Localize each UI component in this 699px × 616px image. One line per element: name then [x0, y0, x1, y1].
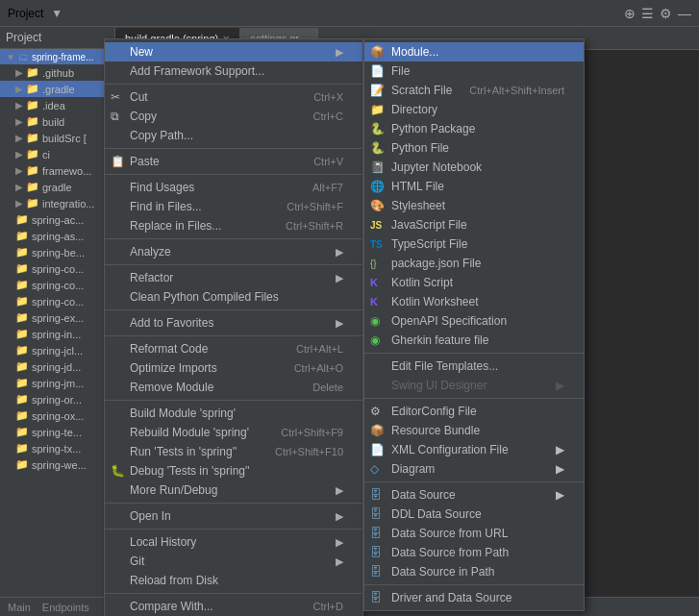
sidebar-item-root[interactable]: ▼ 🗂 spring-frame... — [0, 49, 114, 64]
sub-item-scratch-file[interactable]: 📝 Scratch File Ctrl+Alt+Shift+Insert — [364, 81, 584, 100]
ctx-item-clean-python[interactable]: Clean Python Compiled Files — [105, 287, 362, 307]
ctx-item-reload-disk[interactable]: Reload from Disk — [105, 571, 362, 590]
sidebar-item-spring-co3[interactable]: 📁 spring-co... — [0, 293, 114, 309]
arrow-right-icon: ▶ — [556, 488, 564, 502]
ctx-label-clean-python: Clean Python Compiled Files — [130, 290, 279, 304]
sidebar-item-spring-jd[interactable]: 📁 spring-jd... — [0, 358, 114, 375]
ctx-item-add-favorites[interactable]: Add to Favorites ▶ — [105, 313, 362, 333]
ctx-item-run-tests[interactable]: Run 'Tests in 'spring'' Ctrl+Shift+F10 — [105, 442, 362, 461]
sidebar-item-spring-te[interactable]: 📁 spring-te... — [0, 424, 114, 440]
folder-icon: 📁 — [26, 132, 39, 144]
sub-item-gherkin[interactable]: ◉ Gherkin feature file — [364, 331, 584, 350]
sub-item-kotlin-worksheet[interactable]: K Kotlin Worksheet — [364, 292, 584, 311]
sidebar-item-spring-ox[interactable]: 📁 spring-ox... — [0, 407, 114, 424]
sub-item-editorconfig[interactable]: ⚙ EditorConfig File — [364, 402, 584, 421]
sidebar-item-ci[interactable]: ▶ 📁 ci — [0, 146, 114, 162]
ctx-item-refactor[interactable]: Refactor ▶ — [105, 268, 362, 287]
sub-item-resource-bundle[interactable]: 📦 Resource Bundle — [364, 421, 584, 440]
sidebar-item-idea[interactable]: ▶ 📁 .idea — [0, 97, 114, 113]
root-label: spring-frame... — [32, 52, 93, 62]
settings-icon[interactable]: ⚙ — [660, 6, 672, 21]
sidebar-item-spring-jm[interactable]: 📁 spring-jm... — [0, 375, 114, 391]
root-folder-icon: 🗂 — [18, 51, 29, 62]
sub-label-html: HTML File — [391, 180, 444, 193]
ctx-item-optimize-imports[interactable]: Optimize Imports Ctrl+Alt+O — [105, 358, 362, 378]
ctx-item-remove-module[interactable]: Remove Module Delete — [105, 378, 362, 397]
ctx-item-copy[interactable]: ⧉ Copy Ctrl+C — [105, 107, 362, 126]
sidebar-item-spring-or[interactable]: 📁 spring-or... — [0, 391, 114, 407]
sidebar-item-spring-co2[interactable]: 📁 spring-co... — [0, 277, 114, 293]
sidebar-item-build[interactable]: ▶ 📁 build — [0, 113, 114, 130]
sub-label-editorconfig: EditorConfig File — [391, 405, 477, 418]
sub-item-openapi[interactable]: ◉ OpenAPI Specification — [364, 311, 584, 331]
sub-label-scratch-file: Scratch File — [391, 84, 452, 97]
sidebar-item-spring-jcl[interactable]: 📁 spring-jcl... — [0, 342, 114, 358]
ctx-item-add-framework[interactable]: Add Framework Support... — [105, 62, 362, 81]
sidebar-item-gradle[interactable]: ▶ 📁 .gradle — [0, 81, 114, 97]
ctx-item-git[interactable]: Git ▶ — [105, 552, 362, 571]
sidebar-item-spring-as[interactable]: 📁 spring-as... — [0, 228, 114, 244]
list-icon[interactable]: ☰ — [641, 6, 654, 21]
ctx-item-paste[interactable]: 📋 Paste Ctrl+V — [105, 152, 362, 171]
ctx-item-reformat[interactable]: Reformat Code Ctrl+Alt+L — [105, 339, 362, 358]
sidebar-item-spring-be[interactable]: 📁 spring-be... — [0, 244, 114, 260]
sub-item-datasource-url[interactable]: 🗄 Data Source from URL — [364, 524, 584, 543]
ctx-item-local-history[interactable]: Local History ▶ — [105, 532, 362, 552]
sub-item-driver-datasource[interactable]: 🗄 Driver and Data Source — [364, 588, 584, 607]
module-icon: 📦 — [370, 45, 385, 59]
ctx-label-cut: Cut — [130, 90, 148, 104]
sidebar-item-github[interactable]: ▶ 📁 .github — [0, 64, 114, 81]
sidebar-item-buildsrc[interactable]: ▶ 📁 buildSrc [ — [0, 130, 114, 146]
sidebar-item-spring-we[interactable]: 📁 spring-we... — [0, 456, 114, 473]
sidebar-item-framework[interactable]: ▶ 📁 framewo... — [0, 162, 114, 179]
arrow-right-icon: ▶ — [336, 246, 343, 259]
ctx-item-debug-tests[interactable]: 🐛 Debug 'Tests in 'spring'' — [105, 461, 362, 480]
item-label: spring-ex... — [32, 312, 84, 324]
ctx-item-build-module[interactable]: Build Module 'spring' — [105, 404, 362, 423]
sub-item-edit-templates[interactable]: Edit File Templates... — [364, 357, 584, 376]
ctx-item-rebuild-module[interactable]: Rebuild Module 'spring' Ctrl+Shift+F9 — [105, 423, 362, 442]
ctx-item-replace-in-files[interactable]: Replace in Files... Ctrl+Shift+R — [105, 216, 362, 235]
sub-item-datasource-in-path[interactable]: 🗄 Data Source in Path — [364, 562, 584, 581]
sub-item-html[interactable]: 🌐 HTML File — [364, 177, 584, 196]
sub-item-diagram[interactable]: ◇ Diagram ▶ — [364, 459, 584, 479]
sub-item-file[interactable]: 📄 File — [364, 62, 584, 81]
ctx-item-analyze[interactable]: Analyze ▶ — [105, 242, 362, 261]
sidebar-item-spring-co1[interactable]: 📁 spring-co... — [0, 260, 114, 277]
ctx-item-new[interactable]: New ▶ — [105, 42, 362, 62]
sidebar-item-spring-ac[interactable]: 📁 spring-ac... — [0, 211, 114, 228]
sub-item-module[interactable]: 📦 Module... — [364, 42, 584, 62]
sub-item-python-package[interactable]: 🐍 Python Package — [364, 119, 584, 138]
sub-item-packagejson[interactable]: {} package.json File — [364, 254, 584, 273]
python-package-icon: 🐍 — [370, 122, 385, 136]
ctx-separator-10 — [105, 529, 362, 530]
sub-item-datasource-path[interactable]: 🗄 Data Source from Path — [364, 543, 584, 562]
sub-label-jupyter: Jupyter Notebook — [391, 160, 482, 174]
sub-item-xml-config[interactable]: 📄 XML Configuration File ▶ — [364, 440, 584, 459]
ctx-item-more-run[interactable]: More Run/Debug ▶ — [105, 480, 362, 500]
sub-item-ddl-datasource[interactable]: 🗄 DDL Data Source — [364, 505, 584, 524]
add-icon[interactable]: ⊕ — [624, 6, 636, 21]
minimize-icon[interactable]: — — [678, 6, 691, 21]
ctx-item-open-in[interactable]: Open In ▶ — [105, 506, 362, 526]
sidebar-item-spring-ex[interactable]: 📁 spring-ex... — [0, 309, 114, 326]
sidebar-item-gradle2[interactable]: ▶ 📁 gradle — [0, 179, 114, 195]
sub-item-kotlin-script[interactable]: K Kotlin Script — [364, 273, 584, 292]
sub-item-swing-ui[interactable]: Swing UI Designer ▶ — [364, 376, 584, 395]
sub-item-datasource[interactable]: 🗄 Data Source ▶ — [364, 485, 584, 505]
ctx-item-copy-path[interactable]: Copy Path... — [105, 126, 362, 145]
sidebar-item-spring-tx[interactable]: 📁 spring-tx... — [0, 440, 114, 456]
ctx-item-find-in-files[interactable]: Find in Files... Ctrl+Shift+F — [105, 197, 362, 216]
sub-item-python-file[interactable]: 🐍 Python File — [364, 138, 584, 158]
sub-item-stylesheet[interactable]: 🎨 Stylesheet — [364, 196, 584, 215]
folder-icon: 📁 — [15, 328, 29, 340]
sub-item-jupyter[interactable]: 📓 Jupyter Notebook — [364, 158, 584, 177]
sub-item-javascript[interactable]: JS JavaScript File — [364, 215, 584, 234]
ctx-item-cut[interactable]: ✂ Cut Ctrl+X — [105, 87, 362, 107]
sidebar-item-spring-in[interactable]: 📁 spring-in... — [0, 326, 114, 342]
sub-item-typescript[interactable]: TS TypeScript File — [364, 234, 584, 254]
sidebar-item-integration[interactable]: ▶ 📁 integratio... — [0, 195, 114, 211]
ctx-item-compare-with[interactable]: Compare With... Ctrl+D — [105, 597, 362, 616]
sub-item-directory[interactable]: 📁 Directory — [364, 100, 584, 119]
ctx-item-find-usages[interactable]: Find Usages Alt+F7 — [105, 178, 362, 197]
